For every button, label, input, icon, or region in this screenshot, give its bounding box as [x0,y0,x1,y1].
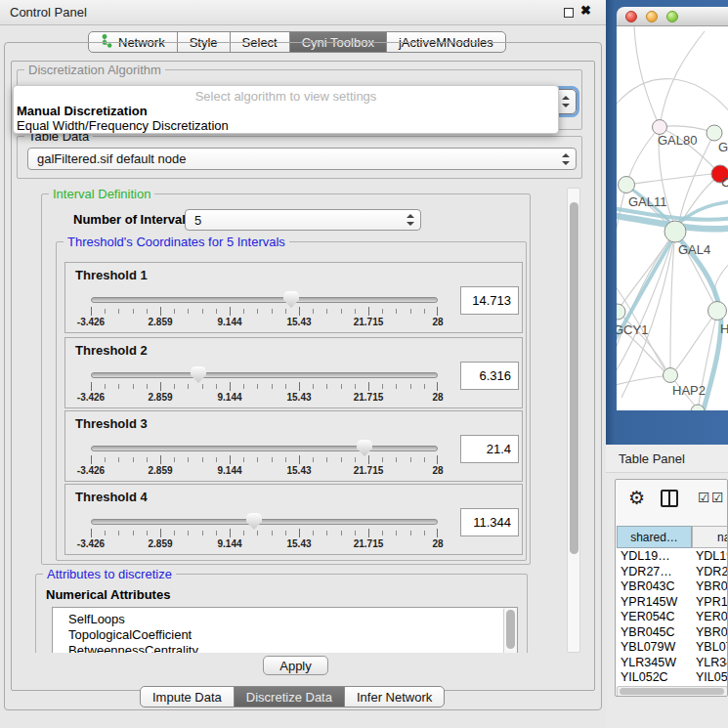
table-row[interactable]: YIL052CYIL05 [617,669,728,685]
table-row[interactable]: YDR27…YDR27 [617,564,728,579]
threshold-value-field[interactable] [460,508,519,536]
checkbox-icon[interactable]: ☑ [698,491,710,504]
panel-title: Control Panel [10,5,87,20]
thresholds-group-title: Threshold's Coordinates for 5 Intervals [64,235,289,249]
column-header-name[interactable]: na [692,526,728,548]
slider-thumb[interactable] [191,366,206,383]
table-hscrollbar-thumb[interactable] [620,688,724,695]
slider-major-tick [368,529,369,537]
network-edge[interactable] [626,174,712,185]
slider-minor-ticks [91,457,438,462]
cell-name: YBL07 [696,640,728,654]
network-edge[interactable] [617,375,670,386]
gear-icon[interactable]: ⚙ [628,489,645,507]
slider-track[interactable] [91,297,438,303]
slider-tick-label: 2.859 [148,392,172,403]
node-green-right[interactable] [707,125,722,141]
threshold-slider[interactable]: -3.4262.8599.14415.4321.71528 [91,338,438,409]
checkbox-icon[interactable]: ☑ [711,491,724,504]
float-window-icon[interactable] [564,8,574,18]
table-row[interactable]: YBR045CYBR04 [617,624,728,640]
cell-shared-name: YBL079W [621,640,675,654]
slider-track[interactable] [91,446,438,451]
slider-track[interactable] [91,519,438,525]
column-header-shared[interactable]: shared… [617,526,692,548]
slider-thumb[interactable] [357,440,372,456]
threshold-value-field[interactable] [460,362,519,390]
number-of-intervals-value: 5 [194,213,201,228]
slider-major-tick [299,307,300,316]
table-row[interactable]: YBL079WYBL07 [617,639,728,655]
node-gal4[interactable] [664,221,686,242]
algorithm-option[interactable]: Manual Discretization [17,104,148,118]
thresholds-group: Threshold's Coordinates for 5 Intervals … [56,241,527,561]
node-gcy1[interactable] [617,304,625,320]
network-window-titlebar[interactable] [617,7,728,26]
algorithm-option[interactable]: Equal Width/Frequency Discretization [17,118,229,133]
table-panel-titlebar: Table Panel [606,445,728,473]
settings-scrollbar[interactable] [567,188,580,653]
table-row[interactable]: YPR145WYPR14 [617,594,728,610]
slider-tick-label: 28 [432,317,443,327]
columns-icon[interactable] [661,490,678,507]
slider-major-tick [230,529,231,537]
algorithm-popup-prompt: Select algorithm to view settings [14,89,558,104]
attribute-list-item[interactable]: TopologicalCoefficient [68,627,192,642]
table-data-combobox[interactable]: galFiltered.sif default node [27,148,577,170]
slider-tick-label: 15.43 [286,392,311,403]
zoom-traffic-light-icon[interactable] [666,11,678,22]
apply-button[interactable]: Apply [263,656,328,675]
threshold-value-field[interactable] [460,286,519,315]
tab-discretize-data[interactable]: Discretize Data [234,686,345,707]
network-edge[interactable] [617,79,728,114]
node-hap2[interactable] [664,368,678,383]
slider-thumb[interactable] [283,291,299,308]
numerical-attributes-list[interactable]: SelfLoopsTopologicalCoefficientBetweenne… [52,607,518,653]
attributes-list-scrollbar[interactable] [503,608,517,653]
right-region: GAL80GACGAL11GAL4GCY1HHAP2 Table Panel ⚙… [606,0,728,728]
slider-track[interactable] [91,372,438,378]
threshold-slider[interactable]: -3.4262.8599.14415.4321.71528 [91,263,438,334]
slider-tick-label: -3.426 [77,465,105,476]
slider-tick-label: -3.426 [77,392,105,403]
attribute-list-item[interactable]: BetweennessCentrality [68,643,198,653]
combo-arrows-icon [406,214,414,226]
node-label: GA [718,140,728,154]
tab-infer-network[interactable]: Infer Network [344,686,445,707]
cell-name: YIL05 [696,670,728,684]
table-row[interactable]: YBR043CYBR04 [617,578,728,594]
node-label: GAL80 [658,133,697,148]
network-canvas[interactable]: GAL80GACGAL11GAL4GCY1HHAP2 [617,26,728,410]
threshold-value-field[interactable] [460,435,519,463]
slider-tick-label: 15.43 [286,465,311,476]
node-gal11[interactable] [619,177,635,193]
slider-thumb[interactable] [246,513,262,530]
tab-impute-data[interactable]: Impute Data [140,686,235,707]
node-h[interactable] [708,302,727,321]
settings-scrollbar-thumb[interactable] [570,202,578,554]
threshold-slider[interactable]: -3.4262.8599.14415.4321.71528 [91,411,438,483]
network-edge[interactable] [617,185,626,280]
attribute-list-item[interactable]: SelfLoops [68,612,125,626]
slider-major-tick [230,307,231,316]
close-icon[interactable]: ✖ [580,3,591,18]
cell-name: YDR27 [696,565,728,578]
table-row[interactable]: YLR345WYLR34 [617,655,728,670]
table-data-combobox-value: galFiltered.sif default node [37,151,186,166]
table-row[interactable]: YER054CYER05 [617,609,728,624]
slider-minor-ticks [91,531,438,535]
attributes-list-scrollbar-thumb[interactable] [506,610,515,649]
close-traffic-light-icon[interactable] [625,11,637,22]
number-of-intervals-combobox[interactable]: 5 [185,209,421,231]
network-edge[interactable] [627,127,660,183]
table-row[interactable]: YDL19…YDL19 [617,548,728,564]
table-horizontal-scrollbar[interactable] [617,686,728,697]
network-edge[interactable] [617,232,675,378]
interval-definition-group: Interval Definition Number of Intervals … [41,193,531,565]
minimize-traffic-light-icon[interactable] [646,11,658,22]
slider-tick-label: 28 [432,392,443,403]
network-edge[interactable] [634,26,660,127]
threshold-slider[interactable]: -3.4262.8599.14415.4321.71528 [91,485,438,556]
slider-tick-label: 21.715 [354,392,384,403]
slider-minor-ticks [91,384,438,389]
